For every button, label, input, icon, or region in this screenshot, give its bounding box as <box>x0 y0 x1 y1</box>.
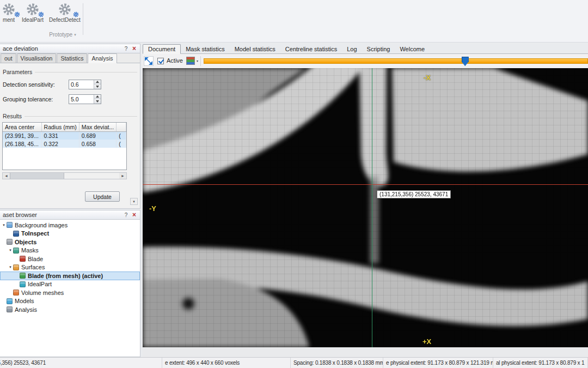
panel-scroll-down-button[interactable]: ▾ <box>130 198 138 205</box>
scroll-right-icon[interactable]: ► <box>119 173 126 179</box>
tab-welcome[interactable]: Welcome <box>395 45 430 53</box>
results-h-scrollbar[interactable]: ◄ ► <box>2 172 127 179</box>
tab-analysis[interactable]: Analysis <box>88 53 117 63</box>
tab-log[interactable]: Log <box>342 45 362 53</box>
mask-blade-icon <box>20 256 26 262</box>
scroll-left-icon[interactable]: ◄ <box>3 173 10 179</box>
colormap-dropdown-icon[interactable]: ▾ <box>197 59 198 63</box>
tree-item-label: Models <box>15 298 34 304</box>
status-segment-text: e extent: 496 x 440 x 660 voxels <box>165 360 240 366</box>
tree-item-idealpart[interactable]: IdealPart <box>0 280 140 289</box>
models-icon <box>7 298 13 304</box>
crosshair-horizontal[interactable] <box>143 184 588 185</box>
results-column-header[interactable]: Area center <box>3 123 41 131</box>
table-cell: 0.322 <box>41 140 79 148</box>
parameters-section-label: Parameters <box>3 69 32 75</box>
tree-item-masks[interactable]: ▾Masks <box>0 246 140 255</box>
gear-badge-icon <box>73 11 79 17</box>
viewport-bottom-strip <box>143 347 588 357</box>
close-icon[interactable]: × <box>130 45 138 52</box>
ribbon-button-defectdetect[interactable]: DefectDetect <box>46 2 84 23</box>
surfaces-icon <box>13 264 19 270</box>
results-column-header[interactable]: Max deviat... <box>79 123 117 131</box>
spin-down-icon[interactable] <box>94 99 101 104</box>
colormap-icon[interactable] <box>186 57 195 65</box>
spin-up-icon[interactable] <box>94 95 101 99</box>
panel-header[interactable]: aset browser ? × <box>0 210 140 220</box>
ribbon-button-idealpart[interactable]: IdealPart <box>16 2 49 23</box>
panel-title: ace deviation <box>2 45 122 52</box>
axis-label-top: -X <box>424 74 431 82</box>
results-column-header[interactable]: Radius (mm) <box>41 123 79 131</box>
tree-item-volume-meshes[interactable]: Volume meshes <box>0 288 140 297</box>
table-cell: 0.689 <box>79 131 117 140</box>
slice-slider-track[interactable] <box>204 58 588 64</box>
tab-statistics[interactable]: Statistics <box>57 53 87 63</box>
section-divider <box>24 116 137 117</box>
detection-sensitivity-input[interactable]: 0.6 <box>69 80 101 89</box>
status-segment-text: (131,215,356) 25523, 43671 <box>0 360 46 366</box>
grouping-tolerance-input[interactable]: 5.0 <box>69 94 101 104</box>
table-cell: 0.331 <box>41 131 79 140</box>
tab-centreline-statistics[interactable]: Centreline statistics <box>280 45 342 53</box>
expander-icon[interactable]: ▾ <box>8 265 13 269</box>
tab-out[interactable]: out <box>1 53 16 63</box>
table-row[interactable]: (26.188, 45...0.3220.658( <box>3 140 126 148</box>
volume-meshes-icon <box>13 289 19 295</box>
tree-item-analysis[interactable]: Analysis <box>0 305 140 314</box>
viewer-toolbar: Active ▾ <box>143 54 588 68</box>
slice-slider-handle[interactable] <box>462 57 469 66</box>
surface-blade-icon <box>20 273 26 279</box>
crosshair-vertical[interactable] <box>372 68 372 347</box>
tree-item-label: Surfaces <box>21 264 45 270</box>
tab-model-statistics[interactable]: Model statistics <box>230 45 280 53</box>
active-checkbox[interactable] <box>157 58 164 64</box>
help-button[interactable]: ? <box>122 45 130 52</box>
results-column-header[interactable] <box>117 123 126 131</box>
parameter-field: Detection sensitivity:0.6 <box>3 79 101 89</box>
voxel-tooltip: (131,215,356) 25523, 43671 <box>377 190 451 198</box>
dataset-browser-panel: aset browser ? × ▾Background imagesToIns… <box>0 210 140 357</box>
tree-item-label: Objects <box>15 239 36 245</box>
tree-item-blade[interactable]: Blade <box>0 255 140 263</box>
help-button[interactable]: ? <box>122 211 130 219</box>
results-table[interactable]: Area centerRadius (mm)Max deviat...(23.9… <box>2 122 127 170</box>
application-window: mentIdealPartDefectDetect Prototype ▾ ac… <box>0 0 588 368</box>
orientation-arrows-icon[interactable] <box>144 56 154 66</box>
tree-item-blade-from-mesh-active[interactable]: Blade (from mesh) (active) <box>0 272 140 280</box>
tab-visualisation[interactable]: Visualisation <box>17 53 57 63</box>
parameter-field: Grouping tolerance:5.0 <box>3 94 101 104</box>
tree-item-background-images[interactable]: ▾Background images <box>0 221 140 230</box>
panel-title: aset browser <box>2 212 122 218</box>
tree-item-label: Blade (from mesh) (active) <box>28 273 103 279</box>
expander-icon[interactable]: ▾ <box>1 223 7 227</box>
tab-mask-statistics[interactable]: Mask statistics <box>181 45 230 53</box>
scrollbar-thumb[interactable] <box>10 173 64 179</box>
table-row[interactable]: (23.991, 39...0.3310.689( <box>3 131 126 140</box>
tree-item-toinspect[interactable]: ToInspect <box>0 230 140 238</box>
spin-up-icon[interactable] <box>94 80 101 85</box>
update-button[interactable]: Update <box>85 191 120 202</box>
tree-item-label: Volume meshes <box>21 289 64 296</box>
ribbon-group-text: Prototype <box>49 32 72 38</box>
tab-document[interactable]: Document <box>143 44 181 54</box>
tree-item-models[interactable]: Models <box>0 297 140 306</box>
tree-item-label: Masks <box>21 247 39 254</box>
document-tab-strip: DocumentMask statisticsModel statisticsC… <box>143 44 588 54</box>
tab-scripting[interactable]: Scripting <box>362 45 395 53</box>
panel-header[interactable]: ace deviation ? × <box>0 44 140 53</box>
expander-icon[interactable]: ▾ <box>8 248 13 252</box>
tree-item-label: Analysis <box>15 306 37 313</box>
close-icon[interactable]: × <box>130 211 138 219</box>
slice-viewport[interactable]: -X -Y +X (131,215,356) 25523, 43671 <box>143 68 588 347</box>
parameter-label: Detection sensitivity: <box>3 81 69 88</box>
spin-down-icon[interactable] <box>94 84 101 89</box>
table-cell: ( <box>117 140 126 148</box>
parameters-section: Parameters <box>3 69 137 75</box>
tree-item-label: IdealPart <box>28 281 52 287</box>
status-segment: e physical extent: 91.173 x 80.879 x 121… <box>383 358 493 368</box>
scrollbar-track[interactable] <box>64 173 119 179</box>
tree-item-objects[interactable]: Objects <box>0 238 140 246</box>
tree-item-surfaces[interactable]: ▾Surfaces <box>0 263 140 272</box>
spinbox-buttons <box>94 80 101 89</box>
